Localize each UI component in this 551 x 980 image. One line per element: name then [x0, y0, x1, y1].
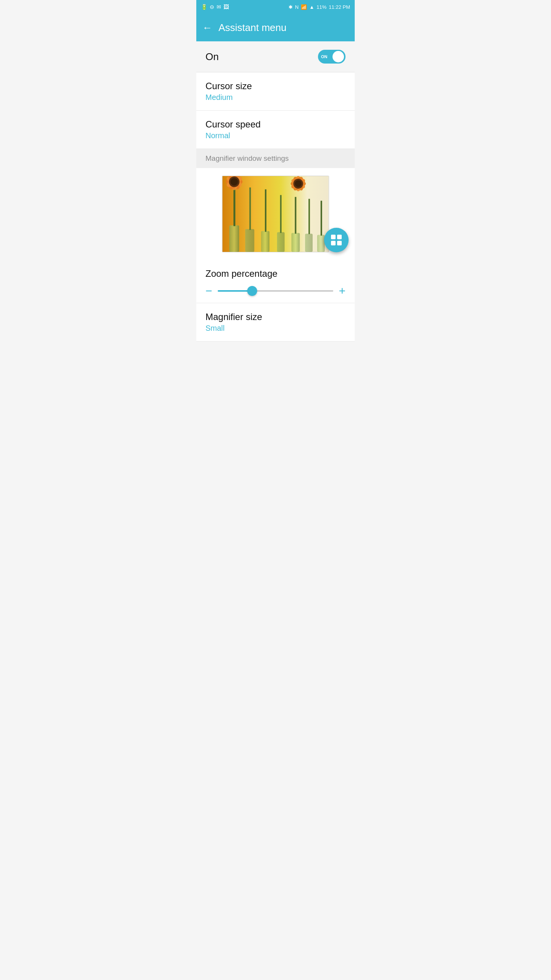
toggle-on-text: ON — [321, 54, 328, 59]
zoom-slider-track[interactable] — [218, 290, 334, 292]
svg-rect-2 — [245, 229, 254, 252]
status-icons-left: 🔋 ⊖ ✉ 🖼 — [201, 4, 229, 10]
back-button[interactable]: ← — [202, 22, 212, 34]
wifi-icon: 📶 — [301, 4, 307, 10]
cursor-size-item[interactable]: Cursor size Medium — [196, 72, 355, 111]
svg-rect-5 — [292, 233, 300, 252]
svg-rect-3 — [261, 231, 269, 252]
toggle-knob — [333, 51, 344, 62]
battery-percent: 11% — [316, 4, 326, 10]
cursor-speed-title: Cursor speed — [205, 119, 346, 130]
email-icon: ✉ — [217, 4, 221, 10]
svg-rect-12 — [295, 197, 296, 234]
cursor-size-title: Cursor size — [205, 81, 346, 91]
status-bar: 🔋 ⊖ ✉ 🖼 ✱ N 📶 ▲ 11% 11:22 PM — [196, 0, 355, 14]
cursor-speed-item[interactable]: Cursor speed Normal — [196, 111, 355, 149]
magnifier-section-header: Magnifier window settings — [196, 149, 355, 168]
flower-scene-svg — [222, 176, 329, 252]
magnifier-size-section: Magnifier size Small — [196, 303, 355, 341]
app-bar: ← Assistant menu — [196, 14, 355, 41]
cursor-speed-value: Normal — [205, 131, 346, 140]
magnifier-size-value: Small — [205, 324, 346, 333]
settings-section: Cursor size Medium Cursor speed Normal — [196, 72, 355, 149]
cursor-size-value: Medium — [205, 93, 346, 102]
nfc-icon: N — [295, 4, 298, 10]
zoom-percentage-section: Zoom percentage − + — [196, 260, 355, 303]
zoom-increase-button[interactable]: + — [339, 285, 346, 297]
svg-rect-13 — [308, 199, 310, 234]
page-title: Assistant menu — [218, 22, 287, 34]
svg-rect-14 — [321, 201, 322, 235]
time: 11:22 PM — [329, 4, 350, 10]
zoom-percentage-title: Zoom percentage — [205, 268, 346, 279]
do-not-disturb-icon: ⊖ — [210, 4, 214, 10]
magnifier-preview-area — [196, 168, 355, 260]
svg-rect-9 — [249, 188, 251, 230]
image-icon: 🖼 — [223, 4, 229, 10]
on-toggle[interactable]: ON — [318, 50, 346, 64]
magnifier-size-title: Magnifier size — [205, 312, 346, 322]
zoom-slider-thumb[interactable] — [247, 286, 257, 296]
svg-point-32 — [295, 180, 302, 187]
signal-icon: ▲ — [309, 4, 314, 10]
svg-rect-11 — [280, 195, 282, 233]
svg-rect-6 — [305, 234, 313, 252]
magnifier-size-item[interactable]: Magnifier size Small — [196, 303, 355, 341]
toggle-label: On — [205, 51, 219, 63]
zoom-decrease-button[interactable]: − — [205, 285, 212, 297]
svg-rect-7 — [317, 235, 325, 252]
zoom-slider-row: − + — [205, 285, 346, 297]
svg-rect-4 — [277, 232, 285, 252]
svg-point-23 — [230, 178, 238, 186]
battery-status-icon: 🔋 — [201, 4, 207, 10]
assistant-menu-fab[interactable] — [324, 228, 349, 252]
svg-rect-10 — [265, 189, 266, 232]
toggle-row: On ON — [196, 41, 355, 72]
status-icons-right: ✱ N 📶 ▲ 11% 11:22 PM — [289, 4, 350, 10]
svg-rect-1 — [229, 225, 239, 252]
grid-icon — [331, 235, 342, 245]
magnifier-preview-image — [222, 176, 329, 252]
bluetooth-icon: ✱ — [289, 4, 293, 10]
